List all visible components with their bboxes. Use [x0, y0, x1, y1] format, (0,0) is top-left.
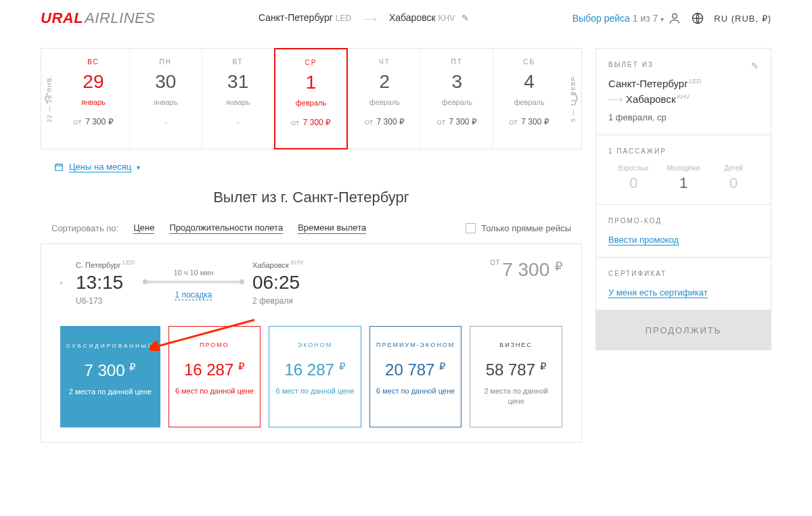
- duration: 10 ч 10 мин: [143, 268, 244, 277]
- pax-count: 0: [708, 174, 759, 192]
- fare-biz[interactable]: Бизнес58 787 ₽2 места по данной цене: [470, 326, 562, 427]
- fare-prem[interactable]: Премиум-Эконом20 787 ₽6 мест по данной ц…: [369, 326, 462, 427]
- expand-icon[interactable]: ▸: [60, 279, 64, 286]
- checkbox-icon: [466, 223, 476, 233]
- pencil-icon[interactable]: ✎: [461, 13, 469, 23]
- direct-only-checkbox[interactable]: Только прямые рейсы: [466, 223, 571, 233]
- step-indicator[interactable]: Выбор рейса 1 из 7 ▾: [572, 13, 664, 24]
- date-cell[interactable]: СБ4февральот 7 300 ₽: [493, 49, 565, 149]
- panel-route: ✎ Вылет из Санкт-ПетербургLED ⟶Хабаровск…: [595, 48, 771, 135]
- chevron-down-icon: ▾: [137, 164, 140, 171]
- fare-sub[interactable]: Субсидированный7 300 ₽2 места по данной …: [60, 326, 160, 427]
- svg-point-0: [673, 14, 677, 18]
- logo-b: AIRLINES: [85, 9, 155, 26]
- date-dow: СР: [305, 59, 317, 66]
- promo-link[interactable]: Ввести промокод: [608, 235, 679, 245]
- date-day: 1: [306, 72, 317, 93]
- flight-card: ▸ С. ПетербургLED 13:15 U6-173 10 ч 10 м…: [41, 243, 582, 443]
- flight-number: U6-173: [76, 296, 135, 306]
- route-to-code: KHV: [438, 14, 455, 23]
- pax-col: Детей0: [708, 164, 759, 192]
- date-no-price: -: [236, 117, 240, 128]
- date-dow: ПН: [160, 58, 172, 66]
- date-month: январь: [154, 98, 178, 106]
- panel-pax-title: 1 Пассажир: [608, 147, 759, 155]
- route-from: Санкт-Петербург: [258, 12, 333, 23]
- date-cell[interactable]: ВТ31январь-: [202, 49, 274, 149]
- ruble-icon: ₽: [555, 260, 562, 273]
- date-price: от 7 300 ₽: [509, 117, 549, 126]
- fare-name: Премиум-Эконом: [376, 342, 455, 348]
- side-date: 1 февраля, ср: [608, 112, 759, 122]
- results-heading: Вылет из г. Санкт-Петербург: [41, 189, 582, 206]
- sort-label: Сортировать по:: [51, 223, 118, 233]
- pencil-icon[interactable]: ✎: [751, 61, 759, 71]
- price-value: 7 300: [502, 259, 549, 280]
- pax-col: Молодёжи1: [658, 164, 708, 192]
- date-day: 29: [83, 71, 104, 93]
- price-prefix: от: [490, 259, 499, 266]
- side-to-code: KHV: [677, 93, 690, 100]
- fare-name: Промо: [200, 342, 229, 348]
- route-to: Хабаровск: [389, 12, 436, 23]
- date-cell[interactable]: ПТ3февральот 7 300 ₽: [420, 49, 493, 149]
- date-cell[interactable]: ЧТ2февральот 7 300 ₽: [348, 49, 420, 149]
- pax-label: Молодёжи: [658, 164, 708, 172]
- fare-price: 16 287 ₽: [184, 360, 245, 379]
- chevron-right-icon: 〉: [573, 91, 585, 107]
- date-dow: СБ: [523, 58, 535, 66]
- dep-time: 13:15: [76, 272, 135, 294]
- arr-time: 06:25: [252, 272, 303, 294]
- date-price: от 7 300 ₽: [291, 118, 331, 127]
- chevron-down-icon: ▾: [660, 16, 664, 23]
- panel-cert: Сертификат У меня есть сертификат: [595, 258, 771, 310]
- arrow-icon: ⟶: [363, 14, 377, 24]
- date-month: февраль: [514, 98, 544, 106]
- fare-name: Субсидированный: [66, 343, 154, 349]
- date-day: 31: [227, 71, 248, 93]
- fare-econ[interactable]: Эконом16 287 ₽6 мест по данной цене: [269, 326, 361, 427]
- fare-note: 6 мест по данной цене: [275, 386, 354, 396]
- fare-price: 58 787 ₽: [486, 360, 547, 379]
- continue-button[interactable]: Продолжить: [595, 310, 771, 350]
- stops-link[interactable]: 1 посадка: [175, 290, 212, 300]
- sort-time[interactable]: Времени вылета: [298, 222, 366, 234]
- sort-bar: Сортировать по: Цене Продолжительности п…: [41, 222, 582, 243]
- step-label: Выбор рейса: [572, 13, 630, 24]
- fare-name: Бизнес: [499, 342, 533, 348]
- locale-label[interactable]: RU (RUB, ₽): [714, 14, 771, 24]
- panel-promo-title: Промо-код: [608, 217, 759, 225]
- fare-price: 7 300 ₽: [84, 361, 136, 380]
- date-cell[interactable]: СР1февральот 7 300 ₽: [274, 48, 348, 149]
- sidebar: ✎ Вылет из Санкт-ПетербургLED ⟶Хабаровск…: [595, 48, 771, 443]
- date-price: от 7 300 ₽: [73, 117, 113, 126]
- user-icon[interactable]: [668, 11, 681, 25]
- arr-city: Хабаровск: [252, 261, 289, 269]
- date-day: 30: [155, 71, 176, 93]
- logo[interactable]: URALAIRLINES: [41, 9, 155, 27]
- calendar-icon: [54, 162, 64, 172]
- sort-price[interactable]: Цене: [133, 222, 154, 234]
- fare-price: 16 287 ₽: [284, 360, 345, 379]
- arrival-col: ХабаровскKHV 06:25 2 февраля: [252, 259, 303, 306]
- date-carousel: 22 — 28 янв. 〈 ВС29январьот 7 300 ₽ПН30я…: [41, 48, 582, 149]
- month-prices-link[interactable]: Цены на месяц ▾: [54, 162, 582, 172]
- pax-count: 0: [608, 174, 658, 192]
- side-from-code: LED: [690, 78, 702, 85]
- date-cell[interactable]: ПН30январь-: [129, 49, 202, 149]
- date-dow: ЧТ: [379, 58, 390, 66]
- dates-next[interactable]: 5 — 11 февр. 〉: [565, 49, 581, 149]
- fare-promo[interactable]: Промо16 287 ₽6 мест по данной цене: [168, 326, 261, 427]
- fare-note: 6 мест по данной цене: [175, 386, 254, 396]
- dates-prev[interactable]: 22 — 28 янв. 〈: [41, 49, 58, 149]
- month-prices-text: Цены на месяц: [69, 162, 131, 172]
- arr-code: KHV: [291, 259, 304, 266]
- dep-city: С. Петербург: [76, 261, 120, 269]
- date-cell[interactable]: ВС29январьот 7 300 ₽: [58, 49, 129, 149]
- cert-link[interactable]: У меня есть сертификат: [608, 287, 708, 298]
- sort-duration[interactable]: Продолжительности полета: [169, 222, 283, 234]
- flight-price: от 7 300 ₽: [490, 259, 562, 281]
- direct-only-label: Только прямые рейсы: [481, 223, 571, 233]
- date-day: 2: [380, 71, 390, 93]
- globe-icon[interactable]: [691, 11, 704, 25]
